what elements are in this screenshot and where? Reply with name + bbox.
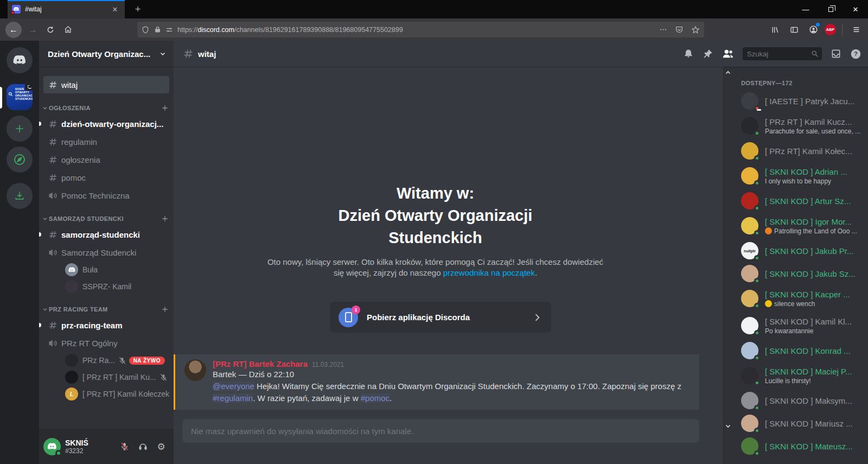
add-channel-button[interactable] <box>161 214 169 223</box>
help-icon[interactable]: ? <box>850 48 861 60</box>
voice-user-avatar <box>65 263 78 276</box>
member-status: silence wench <box>774 300 815 308</box>
mic-muted-icon[interactable] <box>116 438 132 455</box>
channel-item[interactable]: regulamin <box>43 133 169 150</box>
voice-user-item[interactable]: SSPRZ- Kamil <box>39 278 169 295</box>
channel-category[interactable]: SAMORZĄD STUDENCKI <box>41 213 169 225</box>
member-row[interactable]: [ IAESTE ] Patryk Jacu... <box>741 90 864 112</box>
notification-dot <box>11 11 15 15</box>
tracking-shield-icon[interactable] <box>142 26 149 34</box>
tab-close-icon[interactable]: ✕ <box>110 4 120 15</box>
back-button[interactable]: ← <box>5 22 22 38</box>
channel-header: witaj Szukaj <box>174 41 868 67</box>
page-actions-icon[interactable] <box>659 26 667 34</box>
member-row[interactable]: [ SKNI KOD ] Konrad ... <box>741 339 864 362</box>
channel-category[interactable]: PRZ RACING TEAM <box>41 303 169 315</box>
discord-favicon <box>12 5 21 14</box>
member-row[interactable]: [ SKNI KOD ] Mateusz... <box>741 435 864 457</box>
member-row[interactable]: nullptr [ SKNI KOD ] Jakub Pr... <box>741 239 864 262</box>
channel-item[interactable]: prz-racing-team <box>43 316 169 334</box>
headphones-icon[interactable] <box>135 438 151 455</box>
voice-channel-item[interactable]: PRz RT Ogólny <box>43 334 169 352</box>
message-date: 11.03.2021 <box>312 361 344 368</box>
member-name: [ SKNI KOD ] Jakub Sz... <box>765 269 864 279</box>
channel-item[interactable]: dzień-otwarty-organizacj... <box>43 115 169 132</box>
explore-servers-button[interactable] <box>7 147 33 173</box>
minimize-button[interactable]: — <box>793 0 818 18</box>
member-row[interactable]: [ SKNI KOD ] Artur Sz... <box>741 189 864 212</box>
scrollbar[interactable] <box>723 67 732 464</box>
scroll-down-icon[interactable] <box>725 423 731 429</box>
inbox-icon[interactable] <box>831 48 841 59</box>
url-bar[interactable]: https://discord.com/channels/81962916178… <box>137 22 704 37</box>
member-name: [ SKNI KOD ] Konrad ... <box>765 346 864 356</box>
home-button[interactable] <box>60 22 76 38</box>
menu-icon[interactable] <box>848 22 864 38</box>
member-row[interactable]: [ SKNI KOD ] Igor Mor...Patrolling the L… <box>741 212 864 239</box>
member-row[interactable]: [ SKNI KOD ] Kacper ...silence wench <box>741 285 864 312</box>
pocket-icon[interactable] <box>675 26 684 34</box>
member-row[interactable]: [ SKNI KOD ] Maksym... <box>741 389 864 412</box>
server-header[interactable]: Dzień Otwarty Organizac... <box>39 41 174 67</box>
member-row[interactable]: [ SKNI KOD ] Kamil Kl...Po kwarantannie <box>741 312 864 339</box>
message-author[interactable]: [PRz RT] Bartek Zachara <box>213 359 308 368</box>
server-icon[interactable]: DZIEŃ OTWARTY ORGANIZACJI STUDENCKICH <box>7 84 33 110</box>
add-server-button[interactable] <box>7 116 33 142</box>
search-input[interactable]: Szukaj <box>743 47 822 60</box>
scroll-up-icon[interactable] <box>725 69 731 76</box>
restore-button[interactable] <box>818 0 843 18</box>
live-badge: NA ŻYWO <box>129 357 165 365</box>
message-input[interactable]: Nie masz uprawnień do wysyłania wiadomoś… <box>182 419 699 443</box>
download-apps-button[interactable] <box>7 183 33 209</box>
member-avatar <box>741 167 758 185</box>
mention-link[interactable]: #pomoc <box>361 393 390 403</box>
library-icon[interactable] <box>768 22 783 38</box>
voice-user-item[interactable]: Buła <box>39 262 169 278</box>
permissions-icon[interactable] <box>165 26 173 34</box>
close-button[interactable]: ✕ <box>843 0 868 18</box>
account-icon[interactable] <box>806 22 821 38</box>
channel-item[interactable]: samorząd-studencki <box>43 226 169 243</box>
user-avatar[interactable] <box>43 438 61 455</box>
voice-user-item[interactable]: [ PRz RT ] Kamil Ku... <box>39 369 169 385</box>
channel-item[interactable]: pomoc <box>43 169 169 186</box>
channel-item[interactable]: witaj <box>43 76 169 93</box>
browser-tab[interactable]: #witaj ✕ <box>8 0 125 18</box>
member-row[interactable]: [ SKNI KOD ] Adrian ...I only wish to be… <box>741 162 864 189</box>
sidebar-toggle-icon[interactable] <box>787 22 802 38</box>
member-row[interactable]: [ PRz RT ] Kamil Kucz...Parachute for sa… <box>741 112 864 139</box>
mention-link[interactable]: @everyone <box>213 382 254 391</box>
browser-nav-bar: ← → https://discord.com/channels/8196291… <box>0 18 868 41</box>
voice-channel-item[interactable]: Pomoc Techniczna <box>43 187 169 204</box>
member-avatar <box>741 217 758 234</box>
unread-dot <box>39 232 41 237</box>
add-channel-button[interactable] <box>161 104 169 112</box>
channel-list: witaj OGŁOSZENIA dzień-otwarty-organizac… <box>39 67 174 429</box>
discord-home-button[interactable] <box>7 47 33 73</box>
settings-gear-icon[interactable]: ⚙ <box>153 438 169 455</box>
message-author-avatar[interactable] <box>184 359 206 381</box>
voice-user-item[interactable]: L [ PRz RT] Kamil Kołeczek <box>39 386 169 402</box>
forward-button[interactable]: → <box>25 22 41 38</box>
download-app-card[interactable]: 1 Pobierz aplikację Discorda <box>330 302 551 333</box>
member-row[interactable]: [ SKNI KOD ] Maciej P...Lucille is thirs… <box>741 362 864 389</box>
online-status-dot <box>754 278 760 284</box>
voice-channel-item[interactable]: Samorząd Studencki <box>43 244 169 261</box>
add-channel-button[interactable] <box>161 305 169 314</box>
guide-link[interactable]: przewodnika na początek <box>443 268 535 277</box>
member-row[interactable]: [ SKNI KOD ] Mariusz ... <box>741 412 864 435</box>
new-tab-button[interactable]: + <box>129 0 146 18</box>
notifications-bell-icon[interactable] <box>683 48 694 59</box>
adblock-icon[interactable]: ABP <box>825 24 836 35</box>
member-list-toggle-icon[interactable] <box>722 48 734 60</box>
member-row[interactable]: [ SKNI KOD ] Jakub Sz... <box>741 262 864 285</box>
channel-item[interactable]: ogłoszenia <box>43 151 169 168</box>
mention-link[interactable]: #regulamin <box>213 393 253 403</box>
reload-button[interactable] <box>42 22 59 38</box>
pinned-messages-icon[interactable] <box>703 48 713 59</box>
voice-user-item[interactable]: PRz Ra...NA ŻYWO <box>39 352 169 368</box>
member-row[interactable]: [ PRz RT] Kamil Kołec... <box>741 139 864 162</box>
member-avatar <box>741 192 758 209</box>
bookmark-star-icon[interactable] <box>691 26 700 34</box>
channel-category[interactable]: OGŁOSZENIA <box>41 102 169 114</box>
